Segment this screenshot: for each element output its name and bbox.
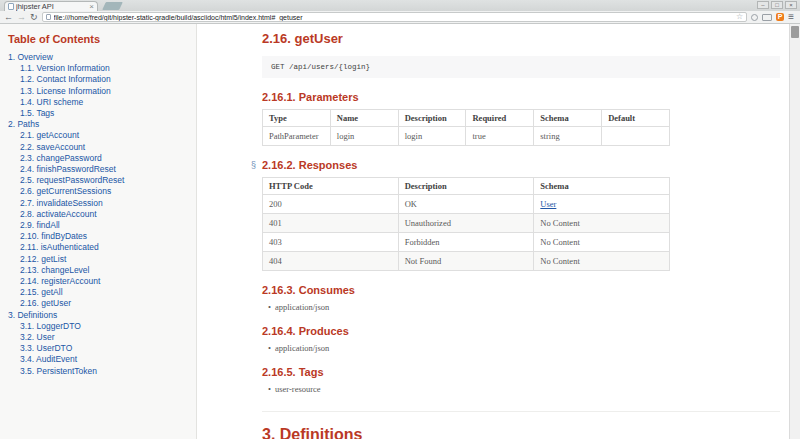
toc-item[interactable]: 1.3. License Information xyxy=(8,86,196,97)
toc-item[interactable]: 1.4. URI scheme xyxy=(8,97,196,108)
toc-item[interactable]: 3.2. User xyxy=(8,332,196,343)
toc-item[interactable]: 2.16. getUser xyxy=(8,298,196,309)
reload-button[interactable]: ↻ xyxy=(30,13,38,22)
new-tab-button[interactable] xyxy=(102,2,123,10)
table-column-header: Name xyxy=(330,110,398,127)
extension-p-icon[interactable]: P xyxy=(776,13,784,21)
url-text: file:///home/fred/git/hipster-static-gra… xyxy=(54,14,733,21)
browser-tab[interactable]: jhipster API × xyxy=(4,1,98,11)
page-icon xyxy=(46,14,51,20)
list-item-text: user-resource xyxy=(275,384,321,394)
page-scrollbar[interactable] xyxy=(789,24,800,439)
section-anchor-icon[interactable]: § xyxy=(251,160,256,170)
main-content: 2.16. getUser GET /api/users/{login} 2.1… xyxy=(197,24,800,439)
table-column-header: Description xyxy=(398,178,534,195)
table-header-row: TypeNameDescriptionRequiredSchemaDefault xyxy=(263,110,670,127)
table-cell: login xyxy=(398,127,466,146)
table-cell: No Content xyxy=(534,252,670,271)
table-column-header: Type xyxy=(263,110,331,127)
parameters-table: TypeNameDescriptionRequiredSchemaDefault… xyxy=(262,109,670,146)
table-cell: No Content xyxy=(534,214,670,233)
browser-toolbar: ← → ↻ file:///home/fred/git/hipster-stat… xyxy=(0,11,800,24)
toc-item[interactable]: 3.5. PersistentToken xyxy=(8,366,196,377)
tags-list: •user-resource xyxy=(262,384,780,394)
toc-item[interactable]: 2.4. finishPasswordReset xyxy=(8,164,196,175)
back-button[interactable]: ← xyxy=(4,13,13,22)
table-header-row: HTTP CodeDescriptionSchema xyxy=(263,178,670,195)
table-cell: 401 xyxy=(263,214,399,233)
toc-title: Table of Contents xyxy=(8,33,196,45)
tab-close-icon[interactable]: × xyxy=(89,3,94,11)
table-cell: No Content xyxy=(534,233,670,252)
toc-item[interactable]: 2.3. changePassword xyxy=(8,153,196,164)
page-content: Table of Contents 1. Overview1.1. Versio… xyxy=(0,24,800,439)
toc-item[interactable]: 2.1. getAccount xyxy=(8,130,196,141)
toc-item[interactable]: 3.1. LoggerDTO xyxy=(8,321,196,332)
toc-item[interactable]: 1. Overview xyxy=(8,52,196,63)
list-item: •application/json xyxy=(268,343,780,353)
toc-list: 1. Overview1.1. Version Information1.2. … xyxy=(8,52,196,377)
responses-table: HTTP CodeDescriptionSchema200OKUser401Un… xyxy=(262,177,670,271)
list-item: •application/json xyxy=(268,302,780,312)
toc-item[interactable]: 3.4. AuditEvent xyxy=(8,354,196,365)
toc-item[interactable]: 2.14. registerAccount xyxy=(8,276,196,287)
toc-item[interactable]: 2.8. activateAccount xyxy=(8,209,196,220)
address-bar[interactable]: file:///home/fred/git/hipster-static-gra… xyxy=(42,12,748,22)
list-item: •user-resource xyxy=(268,384,780,394)
table-cell: User xyxy=(534,195,670,214)
tab-title: jhipster API xyxy=(16,2,54,11)
table-column-header: HTTP Code xyxy=(263,178,399,195)
section-heading-getuser: 2.16. getUser xyxy=(262,31,780,46)
window-close-button[interactable]: × xyxy=(785,1,797,9)
heading-definitions: 3. Definitions xyxy=(262,426,780,439)
table-cell: PathParameter xyxy=(263,127,331,146)
heading-parameters: 2.16.1. Parameters xyxy=(262,91,780,103)
section-divider xyxy=(262,411,780,412)
toc-item[interactable]: 2.12. getList xyxy=(8,254,196,265)
extension-window-icon[interactable] xyxy=(762,14,772,21)
heading-produces: 2.16.4. Produces xyxy=(262,325,780,337)
extension-circle-icon[interactable] xyxy=(751,14,758,21)
toc-item[interactable]: 2.10. findByDates xyxy=(8,231,196,242)
heading-tags: 2.16.5. Tags xyxy=(262,366,780,378)
table-of-contents: Table of Contents 1. Overview1.1. Versio… xyxy=(0,24,197,439)
toc-item[interactable]: 2.13. changeLevel xyxy=(8,265,196,276)
list-item-text: application/json xyxy=(275,343,329,353)
table-cell: 200 xyxy=(263,195,399,214)
toc-item[interactable]: 2. Paths xyxy=(8,119,196,130)
scrollbar-thumb[interactable] xyxy=(791,26,799,38)
heading-consumes: 2.16.3. Consumes xyxy=(262,284,780,296)
toc-item[interactable]: 1.5. Tags xyxy=(8,108,196,119)
toc-item[interactable]: 2.11. isAuthenticated xyxy=(8,242,196,253)
chrome-menu-icon[interactable]: ≡ xyxy=(788,12,794,22)
table-column-header: Schema xyxy=(534,110,602,127)
tab-favicon-icon xyxy=(8,3,14,10)
toc-item[interactable]: 2.15. getAll xyxy=(8,287,196,298)
toc-item[interactable]: 1.2. Contact Information xyxy=(8,74,196,85)
table-row: 200OKUser xyxy=(263,195,670,214)
toc-item[interactable]: 3.3. UserDTO xyxy=(8,343,196,354)
window-controls: – □ × xyxy=(757,1,797,9)
table-column-header: Required xyxy=(466,110,534,127)
forward-button[interactable]: → xyxy=(17,13,26,22)
table-row: PathParameterloginlogintruestring xyxy=(263,127,670,146)
table-column-header: Schema xyxy=(534,178,670,195)
toc-item[interactable]: 1.1. Version Information xyxy=(8,63,196,74)
toc-item[interactable]: 2.6. getCurrentSessions xyxy=(8,186,196,197)
toc-item[interactable]: 2.7. invalidateSession xyxy=(8,198,196,209)
bookmark-star-icon[interactable]: ☆ xyxy=(736,13,743,21)
table-row: 403ForbiddenNo Content xyxy=(263,233,670,252)
window-minimize-button[interactable]: – xyxy=(757,1,769,9)
list-item-text: application/json xyxy=(275,302,329,312)
table-cell: login xyxy=(330,127,398,146)
table-cell: 404 xyxy=(263,252,399,271)
toc-item[interactable]: 2.2. saveAccount xyxy=(8,142,196,153)
toc-item[interactable]: 2.9. findAll xyxy=(8,220,196,231)
table-cell: OK xyxy=(398,195,534,214)
table-column-header: Default xyxy=(602,110,670,127)
toc-item[interactable]: 3. Definitions xyxy=(8,310,196,321)
code-block: GET /api/users/{login} xyxy=(262,56,780,78)
toc-item[interactable]: 2.5. requestPasswordReset xyxy=(8,175,196,186)
window-maximize-button[interactable]: □ xyxy=(771,1,783,9)
schema-link[interactable]: User xyxy=(540,199,556,209)
